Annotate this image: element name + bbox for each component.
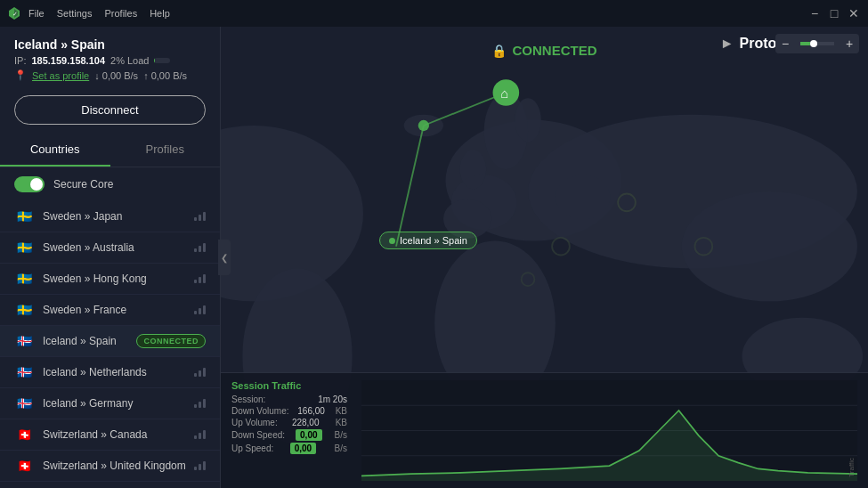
server-name: Iceland » Germany [43,397,194,410]
server-item[interactable]: 🇸🇪Sweden » France [0,295,220,326]
menu-file[interactable]: File [28,8,45,19]
traffic-chart-label: Traffic [848,458,856,477]
server-item[interactable]: 🇨🇭Switzerland » Canada [0,419,220,451]
ip-label: IP: [14,55,26,66]
down-speed-value: 0,00 [296,429,321,441]
svg-point-14 [682,191,857,301]
server-item[interactable]: 🇨🇭Switzerland » United Kingdom [0,451,220,482]
up-vol-row: Up Volume: 228,00 KB [231,418,347,427]
server-item[interactable]: 🇮🇸Iceland » Netherlands [0,357,220,388]
up-vol-unit: KB [336,418,347,427]
connection-info: Iceland » Spain IP: 185.159.158.104 2% L… [0,27,220,90]
signal-dots [194,461,206,470]
sidebar-collapse-button[interactable]: ❮ [218,240,231,275]
flag-icon: 🇸🇪 [14,303,34,317]
flag-icon: 🇸🇪 [14,272,34,286]
secure-core-label: Secure Core [53,178,113,191]
close-button[interactable]: ✕ [847,6,861,20]
menu-bar: File Settings Profiles Help [28,8,170,19]
disconnect-button[interactable]: Disconnect [14,95,206,125]
signal-dots [194,399,206,408]
connected-badge: CONNECTED [136,334,206,348]
signal-dots [194,430,206,439]
signal-dots [194,243,206,252]
map-area: 🔒 CONNECTED ► ProtonVPN − + [221,27,868,488]
flag-icon: 🇮🇸 [14,365,34,379]
server-name: Sweden » Australia [43,241,194,254]
secure-core-toggle[interactable] [14,176,45,192]
zoom-out-button[interactable]: − [775,34,795,53]
flag-icon: 🇮🇸 [14,334,34,348]
traffic-panel: Session Traffic Session: 1m 20s Down Vol… [221,372,868,488]
sidebar: Iceland » Spain IP: 185.159.158.104 2% L… [0,27,221,488]
lock-icon: 🔒 [491,44,507,58]
up-speed-unit: B/s [335,443,347,453]
server-name: Iceland » Netherlands [43,366,194,378]
server-list: 🇸🇪Sweden » Japan🇸🇪Sweden » Australia🇸🇪Sw… [0,201,220,488]
zoom-controls: − + [775,34,859,53]
secure-core-row: Secure Core [0,167,220,201]
up-speed: ↑ 0,00 B/s [143,70,187,81]
connected-label: CONNECTED [512,43,596,58]
tabs: Countries Profiles [0,134,220,167]
server-name: Iceland » Spain [43,335,136,347]
minimize-button[interactable]: − [807,6,822,20]
server-item[interactable]: 🇮🇸Iceland » Germany [0,388,220,419]
main-layout: Iceland » Spain IP: 185.159.158.104 2% L… [0,27,868,488]
up-speed-row: Up Speed: 0,00 B/s [231,443,347,454]
server-name: Sweden » Hong Kong [43,272,194,285]
svg-text:⌂: ⌂ [500,86,508,101]
traffic-chart: Traffic [361,380,857,481]
server-name: Switzerland » Canada [43,428,194,441]
svg-point-22 [418,120,429,131]
app-logo: ✓ [7,6,21,20]
titlebar: ✓ File Settings Profiles Help − □ ✕ [0,0,868,27]
signal-dots [194,368,206,377]
menu-settings[interactable]: Settings [57,8,93,19]
up-speed-label: Up Speed: [231,443,273,453]
down-vol-value: 166,00 [297,406,325,416]
flag-icon: 🇨🇭 [14,427,34,442]
chart-svg [361,380,857,481]
up-vol-label: Up Volume: [231,418,278,427]
server-item[interactable]: 🇸🇪Sweden » Hong Kong [0,264,220,295]
menu-profiles[interactable]: Profiles [104,8,137,19]
set-profile-link[interactable]: Set as profile [32,70,89,81]
down-vol-row: Down Volume: 166,00 KB [231,406,347,416]
zoom-in-button[interactable]: + [840,34,859,53]
server-name: Sweden » Japan [43,210,194,223]
up-arrow-icon: ↑ [143,70,149,81]
flag-icon: 🇮🇸 [14,396,34,411]
menu-help[interactable]: Help [150,8,170,19]
load-bar [154,58,170,63]
profile-row: 📍 Set as profile ↓ 0,00 B/s ↑ 0,00 B/s [14,69,206,81]
svg-text:✓: ✓ [12,11,18,17]
down-speed-row: Down Speed: 0,00 B/s [231,429,347,441]
signal-dots [194,305,206,314]
down-speed: ↓ 0,00 B/s [94,70,138,81]
up-vol-value: 228,00 [292,418,320,427]
node-label: Iceland » Spain [379,232,477,249]
up-speed-value: 0,00 [290,443,316,454]
connection-title: Iceland » Spain [14,37,206,52]
svg-point-10 [460,150,487,189]
flag-icon: 🇸🇪 [14,240,34,255]
server-item[interactable]: 🇮🇸Iceland » SpainCONNECTED [0,326,220,357]
load-label: 2% Load [110,55,149,66]
server-name: Sweden » France [43,304,194,316]
server-item[interactable]: 🇸🇪Sweden » Australia [0,232,220,264]
down-arrow-icon: ↓ [94,70,100,81]
session-value: 1m 20s [318,394,347,404]
tab-profiles[interactable]: Profiles [110,134,221,167]
down-vol-label: Down Volume: [231,406,288,416]
zoom-slider[interactable] [795,42,840,45]
ip-value: 185.159.158.104 [31,55,105,66]
session-row: Session: 1m 20s [231,394,347,404]
maximize-button[interactable]: □ [827,6,841,20]
pin-icon: 📍 [14,69,27,81]
down-vol-unit: KB [336,406,347,416]
server-name: Switzerland » United Kingdom [43,460,194,472]
session-label: Session: [231,394,265,404]
tab-countries[interactable]: Countries [0,134,110,167]
server-item[interactable]: 🇸🇪Sweden » Japan [0,201,220,232]
